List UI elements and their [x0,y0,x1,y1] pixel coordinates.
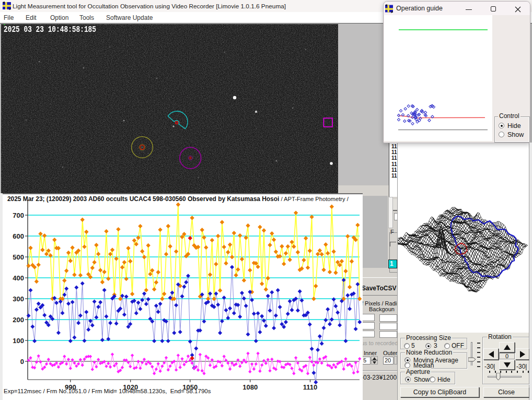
svg-text:0: 0 [20,358,24,366]
svg-text:2025 Mar 23; (120029) 2003 AD6: 2025 Mar 23; (120029) 2003 AD60 occults … [7,195,349,203]
svg-text:1080: 1080 [242,383,258,391]
svg-text:100: 100 [13,337,24,345]
svg-text:200: 200 [13,316,24,324]
svg-text:600: 600 [13,232,24,240]
svg-text:300: 300 [13,295,24,303]
svg-text:Exp=112msec / Frm No.1051.0 /: Exp=112msec / Frm No.1051.0 / Frm Mid= 1… [4,388,211,394]
svg-text:500: 500 [13,253,24,261]
svg-text:400: 400 [13,274,24,282]
svg-text:1110: 1110 [303,383,318,391]
svg-text:700: 700 [13,211,24,219]
